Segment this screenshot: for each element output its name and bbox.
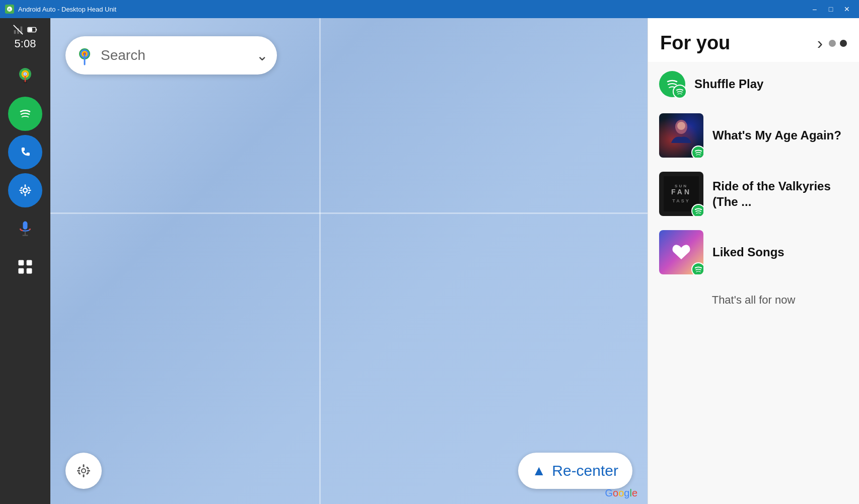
maps-pin-icon bbox=[75, 45, 95, 65]
svg-rect-28 bbox=[23, 222, 28, 230]
svg-text:A: A bbox=[8, 8, 11, 11]
sidebar-item-settings[interactable] bbox=[8, 173, 42, 207]
minimize-button[interactable]: – bbox=[808, 4, 822, 15]
grid-icon bbox=[16, 258, 34, 276]
recenter-button[interactable]: ▲ Re-center bbox=[518, 453, 632, 489]
liked-thumb bbox=[659, 230, 703, 274]
svg-rect-41 bbox=[83, 464, 85, 467]
google-logo: Google bbox=[605, 487, 637, 499]
svg-text:FAN: FAN bbox=[671, 188, 691, 196]
liked-spotify-badge bbox=[691, 262, 703, 274]
wmaa-thumb bbox=[659, 113, 703, 158]
fantasy-thumb: SUN FAN TASY bbox=[659, 172, 703, 216]
svg-rect-31 bbox=[19, 260, 24, 266]
window-controls: – □ ✕ bbox=[808, 4, 854, 15]
panel-footer: That's all for now bbox=[653, 281, 854, 319]
map-background: Search ⌄ ▲ bbox=[50, 18, 648, 504]
map-area: Search ⌄ ▲ bbox=[50, 18, 648, 504]
panel-title: For you bbox=[660, 32, 817, 54]
svg-rect-48 bbox=[86, 466, 89, 469]
panel-next-arrow[interactable]: › bbox=[817, 33, 823, 53]
status-icons bbox=[13, 24, 38, 35]
search-chevron-icon: ⌄ bbox=[256, 47, 268, 64]
signal-icon bbox=[13, 24, 24, 35]
svg-rect-43 bbox=[77, 470, 80, 472]
wmaa-art bbox=[666, 118, 696, 153]
maximize-button[interactable]: □ bbox=[824, 4, 838, 15]
svg-point-19 bbox=[24, 189, 26, 191]
app-icon: A bbox=[5, 5, 14, 14]
svg-rect-4 bbox=[17, 28, 19, 34]
sidebar-item-grid[interactable] bbox=[8, 250, 42, 284]
maps-icon bbox=[16, 66, 34, 85]
svg-rect-21 bbox=[25, 193, 26, 196]
list-item[interactable]: SUN FAN TASY Ride of th bbox=[653, 165, 854, 223]
svg-rect-3 bbox=[14, 30, 16, 34]
search-bar[interactable]: Search ⌄ bbox=[65, 36, 277, 75]
wmaa-spotify-badge bbox=[691, 146, 703, 158]
liked-spotify-badge-icon bbox=[693, 264, 703, 274]
svg-rect-44 bbox=[87, 470, 90, 472]
spotify-badge bbox=[673, 85, 687, 99]
svg-rect-22 bbox=[19, 190, 22, 191]
svg-rect-45 bbox=[78, 466, 81, 469]
right-panel: For you › bbox=[648, 18, 859, 504]
svg-rect-23 bbox=[28, 190, 31, 191]
settings-icon bbox=[16, 181, 34, 199]
sidebar-item-maps[interactable] bbox=[8, 58, 42, 93]
phone-icon bbox=[16, 143, 34, 161]
sidebar-item-spotify[interactable] bbox=[8, 97, 42, 131]
pagination-dot-active bbox=[840, 40, 847, 47]
list-item[interactable]: Shuffle Play bbox=[653, 62, 854, 106]
fantasy-spotify-badge-icon bbox=[693, 206, 703, 216]
list-item[interactable]: What's My Age Again? bbox=[653, 106, 854, 165]
svg-rect-20 bbox=[25, 184, 26, 187]
footer-text: That's all for now bbox=[712, 294, 796, 306]
list-item[interactable]: Liked Songs bbox=[653, 223, 854, 281]
window-content: 5:08 bbox=[0, 18, 859, 504]
svg-text:TASY: TASY bbox=[672, 198, 690, 203]
mic-icon bbox=[16, 220, 34, 238]
svg-rect-42 bbox=[83, 474, 85, 477]
liked-songs-heart-icon bbox=[670, 241, 692, 263]
sidebar-item-mic[interactable] bbox=[8, 211, 42, 246]
clock: 5:08 bbox=[15, 37, 36, 50]
pagination-dot-inactive bbox=[829, 40, 836, 47]
svg-rect-46 bbox=[86, 472, 89, 475]
wmaa-spotify-badge-icon bbox=[693, 148, 703, 158]
map-settings-button[interactable] bbox=[65, 453, 102, 489]
panel-header: For you › bbox=[648, 18, 859, 62]
panel-pagination-dots bbox=[829, 40, 847, 47]
search-input-label: Search bbox=[101, 47, 252, 63]
svg-point-52 bbox=[677, 122, 685, 130]
title-bar: A Android Auto - Desktop Head Unit – □ ✕ bbox=[0, 0, 859, 18]
svg-rect-34 bbox=[27, 268, 32, 274]
svg-point-13 bbox=[25, 74, 26, 75]
status-area: 5:08 bbox=[13, 24, 38, 50]
spotify-icon bbox=[16, 105, 34, 123]
svg-rect-33 bbox=[19, 268, 24, 274]
close-button[interactable]: ✕ bbox=[840, 4, 854, 15]
map-settings-gear-icon bbox=[75, 462, 93, 480]
svg-rect-7 bbox=[28, 28, 32, 31]
svg-rect-8 bbox=[36, 29, 37, 31]
svg-rect-47 bbox=[78, 472, 81, 475]
spotify-shuffle-thumb bbox=[659, 71, 685, 97]
svg-rect-5 bbox=[21, 27, 23, 34]
svg-rect-32 bbox=[27, 260, 32, 266]
fantasy-spotify-badge bbox=[691, 204, 703, 216]
valkyries-title: Ride of the Valkyries (The ... bbox=[712, 178, 848, 209]
wmaa-title: What's My Age Again? bbox=[712, 127, 841, 143]
recenter-label: Re-center bbox=[552, 462, 618, 479]
svg-point-16 bbox=[16, 143, 34, 161]
svg-point-40 bbox=[82, 469, 85, 472]
svg-point-14 bbox=[24, 82, 27, 83]
sidebar-item-phone[interactable] bbox=[8, 135, 42, 169]
sidebar: 5:08 bbox=[0, 18, 50, 504]
spotify-badge-icon bbox=[675, 87, 685, 97]
recenter-arrow-icon: ▲ bbox=[532, 463, 546, 479]
music-list: Shuffle Play bbox=[648, 62, 859, 504]
liked-songs-title: Liked Songs bbox=[712, 244, 784, 260]
shuffle-play-title: Shuffle Play bbox=[694, 76, 763, 92]
battery-icon bbox=[27, 24, 38, 35]
